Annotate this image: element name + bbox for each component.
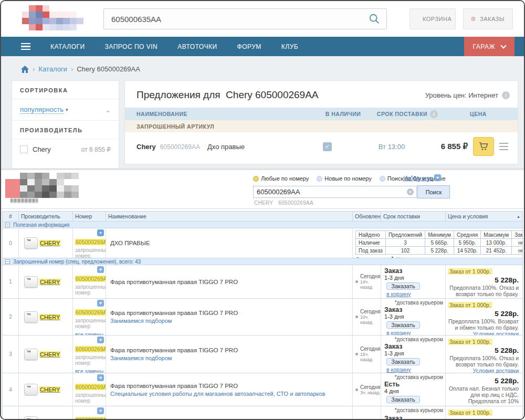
row-brand-cell: ™CHERY xyxy=(18,373,72,406)
bottom-search-input[interactable] xyxy=(254,188,407,196)
row-update-cell: Сегодня14ч. назад xyxy=(352,265,381,298)
col-manufacturer[interactable]: Производитель xyxy=(18,212,72,221)
row-price-cell: Заказ от 1 000р. 5 228р. Предоплата 100%… xyxy=(445,335,522,373)
map-link[interactable]: На карте xyxy=(396,256,419,258)
map-chart-icon xyxy=(387,257,393,258)
to-cart-link[interactable]: в корзину xyxy=(386,291,443,297)
sort-arrow-icon[interactable]: ▲ xyxy=(517,215,520,218)
top-search-input[interactable] xyxy=(104,15,369,24)
delivery-days: 1-3 дня xyxy=(384,275,443,281)
favorite-icon[interactable]: ♥ xyxy=(97,300,104,307)
tm-brand-icon: ™ xyxy=(24,416,38,420)
part-number[interactable]: 605000269AA xyxy=(75,276,106,282)
part-number[interactable]: 605000269AA xyxy=(75,239,106,245)
row-update-cell: Сегодня xyxy=(352,406,381,420)
offers-title-row: Предложения для Chery 605000269AA Уровен… xyxy=(125,81,518,108)
brand-link[interactable]: CHERY xyxy=(39,314,60,320)
part-number[interactable]: 605000269AA xyxy=(75,417,106,420)
garage-button[interactable]: ГАРАЖ xyxy=(464,37,514,56)
brand-link[interactable]: CHERY xyxy=(39,351,60,358)
part-number[interactable]: 605000269AA xyxy=(75,346,106,352)
courier-note: *доставка курьером xyxy=(384,337,443,342)
radio-selected-icon[interactable] xyxy=(253,176,259,182)
col-delivery-time[interactable]: Срок поставки xyxy=(381,212,445,221)
radio-icon[interactable] xyxy=(380,176,385,182)
breadcrumb-catalogs[interactable]: Каталоги xyxy=(38,65,67,73)
brand-link[interactable]: CHERY xyxy=(39,240,60,246)
all-replacements-link[interactable]: все замены xyxy=(75,332,103,335)
statistics-link[interactable]: Статистика xyxy=(355,256,384,258)
col-price-terms[interactable]: Цена и условия▲ xyxy=(445,212,522,221)
delivery-terms-link[interactable]: Условия доставки xyxy=(448,297,519,298)
to-cart-link[interactable]: в корзину xyxy=(386,404,443,406)
selection-service-link[interactable]: Занимаемся подбором xyxy=(110,355,348,361)
search-button[interactable]: Поиск xyxy=(417,185,450,198)
delivery-terms-link[interactable]: Условия доставки xyxy=(448,404,519,406)
order-button[interactable]: Заказать xyxy=(386,358,420,365)
add-to-cart-button[interactable] xyxy=(473,137,494,156)
clear-search-icon[interactable]: ✕ xyxy=(407,188,414,195)
col-update[interactable]: Обновление xyxy=(352,212,381,221)
col-number[interactable]: Номер xyxy=(72,212,106,221)
brand-link[interactable]: CHERY xyxy=(39,386,60,393)
price: 5 228р. xyxy=(448,346,519,354)
nav-item-forum[interactable]: ФОРУМ xyxy=(237,43,261,50)
row-delivery-cell: *доставка курьером Есть 4 дня Заказать в… xyxy=(381,373,445,406)
row-menu-icon[interactable] xyxy=(499,143,510,150)
brand-link[interactable]: CHERY xyxy=(39,279,60,285)
row-index: 0 xyxy=(3,228,18,258)
to-cart-link[interactable]: в корзину xyxy=(386,330,443,335)
cart-button[interactable]: КОРЗИНА xyxy=(410,8,456,29)
stock-checkbox[interactable]: ✓ xyxy=(323,142,332,151)
order-button[interactable]: Заказать xyxy=(386,282,420,290)
favorite-icon[interactable]: ♥ xyxy=(97,266,104,273)
order-button[interactable]: Заказать xyxy=(386,396,420,403)
favorites-link[interactable]: Избранное♥ xyxy=(403,174,441,181)
info-icon[interactable]: i xyxy=(502,91,510,99)
part-number[interactable]: 605000269AA xyxy=(75,384,106,390)
sort-value-link[interactable]: популярность xyxy=(20,106,64,114)
price-level: Уровень цен: Интернет i xyxy=(425,91,510,99)
nav-item-club[interactable]: КЛУБ xyxy=(281,43,298,50)
col-name[interactable]: Наименование xyxy=(106,212,352,221)
nav-item-vin-request[interactable]: ЗАПРОС ПО VIN xyxy=(105,43,158,50)
menu-icon[interactable] xyxy=(21,43,30,50)
row-price-cell: Заказ от 1 000р. 5 228р. Предоплата 100%… xyxy=(445,299,522,335)
breadcrumb-separator: › xyxy=(71,65,73,73)
info-icon[interactable]: i xyxy=(430,110,438,118)
cart-label: КОРЗИНА xyxy=(423,16,452,22)
selection-service-link[interactable]: Занимаемся подбором xyxy=(110,318,348,324)
mode-new-by-number[interactable]: Новые по номеру xyxy=(317,175,371,182)
delivery-terms-link[interactable]: Условия доставки xyxy=(448,368,519,373)
statistics-table: НайденоПредложенийМинимумСредняяМаксимум… xyxy=(355,230,522,255)
collapse-icon[interactable]: − xyxy=(5,259,10,264)
col-index[interactable]: # xyxy=(3,212,18,221)
orders-button[interactable]: ЗАКАЗЫ xyxy=(463,8,513,29)
radio-icon[interactable] xyxy=(317,176,322,182)
nav-item-autopoints[interactable]: АВТОТОЧКИ xyxy=(177,43,217,50)
mode-any-by-number[interactable]: Любые по номеру xyxy=(253,175,309,182)
special-terms-link[interactable]: Специальные условия работы для магазинов… xyxy=(110,391,348,397)
order-button[interactable]: Заказать xyxy=(386,321,420,329)
all-replacements-link[interactable]: все замены xyxy=(75,369,103,373)
part-number[interactable]: 605000269AA xyxy=(75,309,106,316)
courier-note xyxy=(384,266,443,267)
manufacturer-checkbox[interactable] xyxy=(20,145,28,153)
delivery-terms-link[interactable]: Условия доставки xyxy=(448,331,519,335)
search-icon[interactable] xyxy=(369,13,380,25)
nav-item-catalogs[interactable]: КАТАЛОГИ xyxy=(50,43,85,50)
top-site-logo xyxy=(22,5,83,30)
search-hint: CHERY605000269AA xyxy=(254,200,319,206)
home-icon[interactable] xyxy=(21,66,29,73)
favorite-icon[interactable]: ♥ xyxy=(97,374,104,381)
chevron-down-icon[interactable]: ⌄ xyxy=(105,106,111,114)
favorite-icon[interactable]: ♥ xyxy=(97,407,104,414)
status-dot-icon xyxy=(355,280,358,283)
to-cart-link[interactable]: в корзину xyxy=(386,366,443,373)
collapse-icon[interactable]: − xyxy=(5,223,10,227)
row-name-cell: Фара противотуманная правая TIGGO 7 PRO xyxy=(106,265,352,298)
row-delivery-cell: *доставка курьером Заказ xyxy=(381,406,445,420)
sort-selector[interactable]: популярность ▾ ⌄ xyxy=(12,99,119,121)
favorite-icon[interactable]: ♥ xyxy=(97,337,104,343)
dropdown-icon[interactable]: ▾ xyxy=(97,229,104,236)
